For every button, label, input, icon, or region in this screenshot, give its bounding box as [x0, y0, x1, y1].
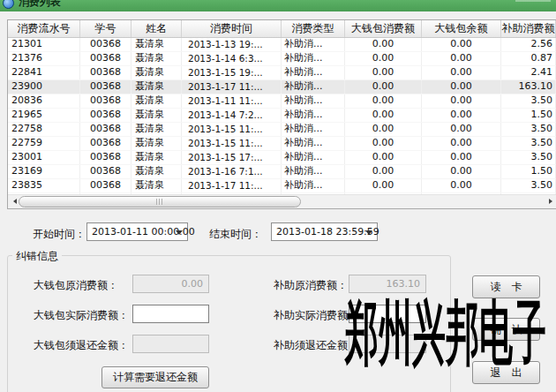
column-header[interactable]: 消费流水号: [8, 20, 80, 37]
start-time-combobox[interactable]: 2013-01-11 00:00:00: [86, 222, 188, 241]
table-cell: 补助消...: [282, 80, 345, 94]
wallet-actual-amount-field[interactable]: [132, 305, 209, 323]
table-cell: 00368: [80, 165, 131, 178]
table-row[interactable]: 2196500368聂清泉2013-1-14 7:2...补助消...0.000…: [8, 109, 556, 123]
table-cell: 22841: [8, 66, 80, 79]
table-cell: 0.00: [422, 137, 501, 150]
table-cell: 0.00: [345, 80, 422, 94]
table-cell: 23001: [8, 151, 80, 164]
table-cell: 23169: [8, 165, 80, 178]
table-cell: 0.00: [345, 151, 422, 164]
titlebar-highlight: [515, 0, 551, 2]
consumption-table: 消费流水号学号姓名消费时间消费类型大钱包消费额大钱包余额补助消费额 213010…: [7, 19, 556, 209]
table-cell: 聂清泉: [131, 151, 182, 164]
table-cell: 0.00: [422, 66, 501, 79]
table-row[interactable]: 2316900368聂清泉2013-1-16 7:1...补助消...0.000…: [8, 165, 556, 179]
table-cell: 0.00: [422, 179, 501, 192]
table-cell: 2013-1-14 7:2...: [182, 109, 282, 122]
table-row[interactable]: 2383500368聂清泉2013-1-17 11:...补助消...0.000…: [8, 179, 556, 193]
table-cell: 聂清泉: [131, 66, 182, 79]
correction-group-title: 纠错信息: [12, 249, 62, 264]
table-cell: 聂清泉: [131, 52, 182, 65]
table-row[interactable]: 2275900368聂清泉2013-1-15 11:...补助消...0.000…: [8, 137, 556, 151]
table-cell: 3.50: [501, 123, 556, 136]
table-cell: 0.00: [422, 52, 501, 65]
column-header[interactable]: 消费类型: [282, 20, 345, 37]
table-cell: 00368: [80, 38, 131, 51]
table-cell: 0.00: [345, 137, 422, 150]
table-cell: 00368: [80, 137, 131, 150]
table-cell: 3.50: [501, 179, 556, 192]
table-cell: 0.00: [422, 109, 501, 122]
window-title: 消费列表: [19, 0, 61, 10]
table-cell: 0.00: [422, 94, 501, 108]
table-header: 消费流水号学号姓名消费时间消费类型大钱包消费额大钱包余额补助消费额: [8, 20, 556, 38]
column-header[interactable]: 消费时间: [182, 20, 282, 37]
table-row[interactable]: 2390000368聂清泉2013-1-17 11:...补助消...0.000…: [8, 80, 556, 94]
column-header[interactable]: 学号: [80, 20, 131, 37]
table-row[interactable]: 2275800368聂清泉2013-1-15 11:...补助消...0.000…: [8, 123, 556, 137]
table-cell: 00368: [80, 80, 131, 94]
table-cell: 补助消...: [282, 94, 345, 108]
table-row[interactable]: 2083600368聂清泉2013-1-11 11:...补助消...0.000…: [8, 94, 556, 109]
column-header[interactable]: 大钱包消费额: [345, 20, 422, 37]
table-cell: 2013-1-13 19:...: [182, 38, 282, 51]
table-cell: 0.00: [345, 94, 422, 108]
table-cell: 3.50: [501, 94, 556, 108]
table-cell: 00368: [80, 52, 131, 65]
table-cell: 00368: [80, 179, 131, 192]
table-cell: 0.00: [345, 52, 422, 65]
table-cell: 补助消...: [282, 151, 345, 164]
scroll-left-icon: [11, 199, 17, 204]
table-cell: 0.00: [345, 123, 422, 136]
column-header[interactable]: 补助消费额: [501, 20, 556, 37]
table-cell: 0.87: [501, 52, 556, 65]
table-cell: 0.00: [345, 66, 422, 79]
table-row[interactable]: 2130100368聂清泉2013-1-13 19:...补助消...0.000…: [8, 38, 556, 52]
table-cell: 2.41: [501, 66, 556, 79]
table-cell: 0.00: [422, 165, 501, 178]
table-cell: 聂清泉: [131, 38, 182, 51]
scrollbar-thumb[interactable]: [19, 196, 301, 207]
table-cell: 2013-1-16 7:1...: [182, 165, 282, 178]
table-cell: 2.56: [501, 38, 556, 51]
table-cell: 0.00: [345, 179, 422, 192]
table-row[interactable]: 2284100368聂清泉2013-1-15 19:...补助消...0.000…: [8, 66, 556, 80]
table-cell: 00368: [80, 66, 131, 79]
column-header[interactable]: 大钱包余额: [422, 20, 501, 37]
end-time-value: 2013-01-18 23:59:59: [276, 226, 379, 237]
table-row[interactable]: 2300100368聂清泉2013-1-15 17:...补助消...0.000…: [8, 151, 556, 165]
table-row[interactable]: 2137600368聂清泉2013-1-14 6:3...补助消...0.000…: [8, 52, 556, 66]
scroll-right-button[interactable]: [545, 196, 556, 207]
table-cell: 聂清泉: [131, 137, 182, 150]
table-cell: 00368: [80, 94, 131, 108]
table-cell: 20836: [8, 94, 80, 108]
scroll-right-icon: [549, 199, 555, 204]
table-cell: 163.10: [501, 80, 556, 94]
start-time-label: 开始时间：: [33, 227, 86, 242]
chevron-down-icon: [365, 230, 372, 238]
table-cell: 补助消...: [282, 52, 345, 65]
table-cell: 21301: [8, 38, 80, 51]
column-header[interactable]: 姓名: [131, 20, 182, 37]
table-cell: 21376: [8, 52, 80, 65]
wallet-refund-amount-field: [132, 335, 209, 353]
app-window: 消费列表 消费流水号学号姓名消费时间消费类型大钱包消费额大钱包余额补助消费额 2…: [0, 0, 556, 392]
table-cell: 00368: [80, 123, 131, 136]
horizontal-scrollbar[interactable]: [8, 194, 556, 208]
calculate-refund-button[interactable]: 计算需要退还金额: [101, 366, 209, 388]
table-cell: 聂清泉: [131, 123, 182, 136]
table-cell: 聂清泉: [131, 179, 182, 192]
table-cell: 聂清泉: [131, 80, 182, 94]
table-cell: 聂清泉: [131, 94, 182, 108]
table-cell: 23900: [8, 80, 80, 94]
table-cell: 21965: [8, 109, 80, 122]
table-cell: 2013-1-15 11:...: [182, 123, 282, 136]
table-cell: 补助消...: [282, 38, 345, 51]
table-cell: 0.00: [422, 80, 501, 94]
end-time-combobox[interactable]: 2013-01-18 23:59:59: [271, 222, 378, 241]
titlebar: 消费列表: [0, 0, 556, 11]
subsidy-original-amount-field: [349, 275, 426, 293]
table-cell: 00368: [80, 109, 131, 122]
table-cell: 0.00: [422, 38, 501, 51]
